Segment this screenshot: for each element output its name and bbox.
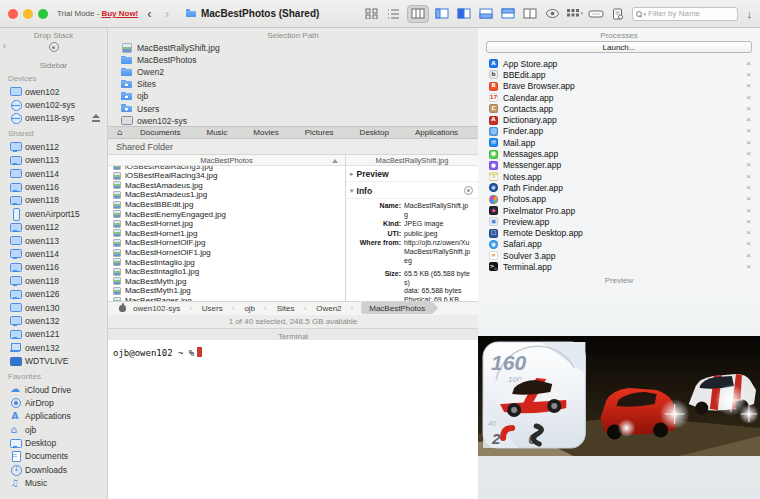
quit-process-button[interactable]: × [746,173,751,181]
quit-process-button[interactable]: × [746,116,751,124]
process-row[interactable]: b BBEdit.app × [478,69,760,80]
sidebar-item[interactable]: owen114 [0,247,107,260]
process-row[interactable]: A App Store.app × [478,58,760,69]
process-row[interactable]: □ Remote Desktop.app × [478,227,760,238]
quit-process-button[interactable]: × [746,105,751,113]
process-row[interactable]: ● Messenger.app × [478,160,760,171]
filter-search-field[interactable]: ▾ [632,7,738,21]
sidebar-item[interactable]: owen102-sys [0,98,107,111]
sidebar-item[interactable]: Music [0,477,107,490]
file-row[interactable]: MacBestIntaglio1.jpg [108,267,345,277]
view-options-dropdown[interactable] [566,7,583,21]
quit-process-button[interactable]: × [746,139,751,147]
process-row[interactable]: 17 Calendar.app × [478,92,760,103]
sidebar-item[interactable]: owen130 [0,301,107,314]
quit-process-button[interactable]: × [746,71,751,79]
eject-icon[interactable] [91,113,102,124]
breadcrumb-item[interactable]: Users [197,304,240,313]
folder-tab[interactable]: Music [193,128,240,137]
process-row[interactable]: Photos.app × [478,194,760,205]
terminal-pane[interactable]: ojb@owen102 ~ % [108,340,478,499]
sidebar-item[interactable]: owenAirport15 [0,207,107,220]
sidebar-item[interactable]: owen114 [0,167,107,180]
reports-icon[interactable] [610,7,627,21]
quit-process-button[interactable]: × [746,94,751,102]
file-row[interactable]: MacBestHornetOIF.jpg [108,238,345,248]
disclosure-expanded-icon[interactable]: ▾ [350,187,354,195]
breadcrumb-item[interactable]: Sites [272,304,311,313]
zoom-window-button[interactable] [38,9,48,19]
sidebar-item[interactable]: owen102 [0,85,107,98]
sidebar-item[interactable]: iCloud Drive [0,383,107,396]
preview-disclosure-row[interactable]: ▸ Preview [346,166,478,182]
file-row[interactable]: MacBestBBEdit.jpg [108,200,345,210]
sidebar-item[interactable]: owen132 [0,314,107,327]
file-row[interactable]: iOSBestRealRacing34.jpg [108,171,345,181]
back-button[interactable]: ‹ [143,7,155,20]
quit-process-button[interactable]: × [746,184,751,192]
preview-toggle-button[interactable] [544,7,561,21]
toggle-top-panel-button[interactable] [500,7,517,21]
process-row[interactable]: ≡ Notes.app × [478,171,760,182]
close-window-button[interactable] [8,9,18,19]
file-row[interactable]: MacBestAmadeus.jpg [108,181,345,191]
buy-now-link[interactable]: Buy Now! [101,9,138,18]
process-row[interactable]: A Dictionary.app × [478,114,760,125]
info-disclosure-row[interactable]: ▾ Info [346,182,478,199]
sidebar-item[interactable]: owen118 [0,194,107,207]
column-view-button[interactable] [407,5,429,23]
quit-process-button[interactable]: × [746,218,751,226]
sidebar-item[interactable]: owen121 [0,328,107,341]
list-view-button[interactable] [385,7,402,21]
quit-process-button[interactable]: × [746,82,751,90]
quit-process-button[interactable]: × [746,161,751,169]
toggle-left-sidebar-button[interactable] [434,7,451,21]
selection-path-item[interactable]: ojb [121,90,478,102]
sidebar-item[interactable]: Desktop [0,436,107,449]
process-row[interactable]: ◉ Path Finder.app × [478,182,760,193]
apple-icon[interactable] [117,303,128,314]
selection-path-item[interactable]: Owen2 [121,66,478,78]
quit-process-button[interactable]: × [746,127,751,135]
quit-process-button[interactable]: × [746,60,751,68]
process-row[interactable]: >_ Terminal.app × [478,261,760,272]
forward-button[interactable]: › [161,7,173,20]
dual-pane-button[interactable] [522,7,539,21]
quit-process-button[interactable]: × [746,240,751,248]
selection-path-item[interactable]: MacBestRallyShift.jpg [121,42,478,54]
disclosure-collapsed-icon[interactable]: ▸ [350,170,354,178]
sidebar-item[interactable]: owen118-sys [0,112,107,125]
sidebar-item[interactable]: owen113 [0,234,107,247]
quit-process-button[interactable]: × [746,195,751,203]
breadcrumb-item[interactable]: ojb [239,304,271,313]
sidebar-item[interactable]: AirDrop [0,396,107,409]
sidebar-item[interactable]: owen118 [0,274,107,287]
process-row[interactable]: ▣ Preview.app × [478,216,760,227]
folder-tab[interactable]: Pictures [292,128,347,137]
sidebar-item[interactable]: owen116 [0,261,107,274]
sidebar-item[interactable]: WDTVLIVE [0,354,107,367]
gear-icon[interactable] [463,185,474,196]
file-row[interactable]: MacBestIntaglio.jpg [108,257,345,267]
breadcrumb-current[interactable]: MacBestPhotos [361,302,438,314]
quit-process-button[interactable]: × [746,207,751,215]
toggle-bottom-panel-button[interactable] [478,7,495,21]
selection-path-item[interactable]: MacBestPhotos [121,54,478,66]
sidebar-item[interactable]: owen116 [0,180,107,193]
folder-tab[interactable]: Documents [127,128,193,137]
file-row[interactable]: MacBestAmadeus1.jpg [108,190,345,200]
keyboard-shortcuts-icon[interactable] [588,7,605,21]
minimize-window-button[interactable] [23,9,33,19]
sidebar-item[interactable]: owen126 [0,287,107,300]
icon-view-button[interactable] [363,7,380,21]
quit-process-button[interactable]: × [746,252,751,260]
sidebar-item[interactable]: owen112 [0,140,107,153]
file-row[interactable]: MacBestHornet1.jpg [108,229,345,239]
selection-path-item[interactable]: Sites [121,78,478,90]
sidebar-item[interactable]: Applications [0,410,107,423]
toggle-left-panel-button[interactable] [456,7,473,21]
sidebar-item[interactable]: Downloads [0,463,107,476]
file-row[interactable]: MacBestHornetOIF1.jpg [108,248,345,258]
folder-tab[interactable]: Movies [240,128,291,137]
sidebar-item[interactable]: Documents [0,450,107,463]
